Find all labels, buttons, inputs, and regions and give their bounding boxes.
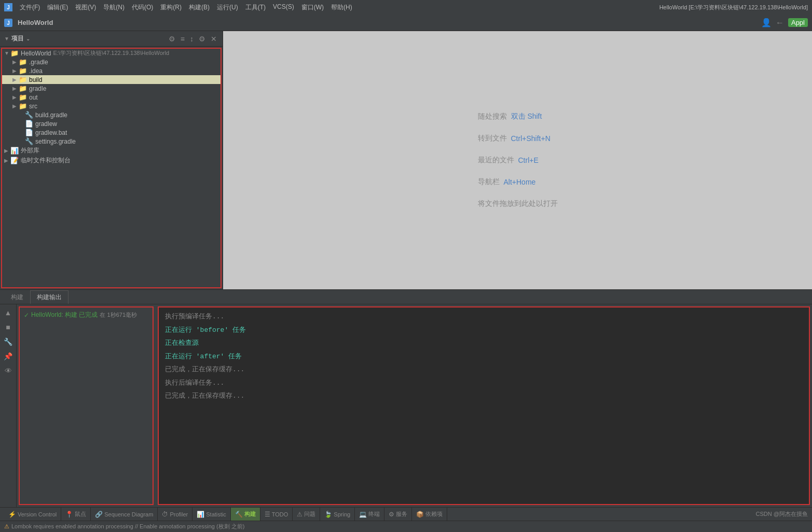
- editor-area: 随处搜索 双击 Shift 转到文件 Ctrl+Shift+N 最近的文件 Ct…: [223, 31, 812, 289]
- chevron-icon: ▶: [12, 86, 19, 91]
- hint-drop: 将文件拖放到此处以打开: [478, 199, 558, 208]
- main-toolbar: J HelloWorld 👤 ← Appl: [0, 15, 812, 31]
- panel-sync-btn[interactable]: ↕: [188, 35, 195, 43]
- menu-window[interactable]: 窗口(W): [298, 2, 327, 13]
- chevron-icon: ▶: [12, 103, 19, 109]
- menu-build[interactable]: 构建(B): [186, 2, 213, 13]
- tree-item-gradle-dir[interactable]: ▶ 📁 gradle: [2, 84, 221, 93]
- hint-recent-text: 最近的文件: [478, 156, 514, 165]
- tree-item-build-gradle[interactable]: 🔧 build.gradle: [2, 110, 221, 119]
- tree-item-name: out: [29, 94, 38, 101]
- chevron-icon: ▶: [12, 59, 19, 65]
- menu-vcs[interactable]: VCS(S): [270, 2, 297, 13]
- toolbar-user-icon[interactable]: 👤: [761, 18, 772, 27]
- menu-help[interactable]: 帮助(H): [328, 2, 355, 13]
- menu-refactor[interactable]: 重构(R): [157, 2, 185, 13]
- hint-search-text: 随处搜索: [478, 112, 507, 121]
- log-line-2: 正在运行 'before' 任务: [165, 325, 803, 335]
- services-icon: ⚙: [389, 511, 394, 518]
- hint-goto-shortcut: Ctrl+Shift+N: [511, 134, 550, 143]
- folder-icon: 📁: [19, 76, 27, 83]
- status-problems[interactable]: ⚠ 问题: [293, 508, 320, 521]
- gradle-file-icon: 🔧: [25, 137, 33, 145]
- btn-wrench[interactable]: 🔧: [2, 335, 15, 348]
- status-dependencies-label: 依赖项: [425, 510, 443, 518]
- status-build[interactable]: 🔨 构建: [231, 508, 260, 521]
- problems-icon: ⚠: [297, 511, 302, 518]
- panel-dropdown-icon[interactable]: ⌄: [26, 36, 30, 41]
- tree-item-src[interactable]: ▶ 📁 src: [2, 102, 221, 110]
- panel-title: 项目: [11, 34, 24, 43]
- tree-item-name: 外部库: [21, 146, 39, 155]
- status-services[interactable]: ⚙ 服务: [384, 508, 412, 521]
- btn-scroll-up[interactable]: ▲: [2, 306, 15, 319]
- bottom-left-toolbar: ▲ ■ 🔧 📌 👁: [0, 304, 17, 507]
- tree-item-idea[interactable]: ▶ 📁 .idea: [2, 66, 221, 75]
- status-sequence-diagram[interactable]: 🔗 Sequence Diagram: [91, 508, 158, 521]
- folder-icon: 📁: [19, 85, 27, 92]
- status-bar-items: ⚡ Version Control 📍 鼠点 🔗 Sequence Diagra…: [4, 508, 756, 521]
- hint-drop-text: 将文件拖放到此处以打开: [478, 199, 558, 208]
- app-icon: J: [4, 19, 12, 27]
- status-profiler[interactable]: ⏱ Profiler: [158, 508, 192, 521]
- panel-collapse-icon[interactable]: ▼: [4, 36, 9, 41]
- panel-gear-btn[interactable]: ⚙: [197, 35, 207, 43]
- panel-layout-btn[interactable]: ≡: [179, 35, 186, 43]
- menu-run[interactable]: 运行(U): [214, 2, 241, 13]
- status-bookmarks-label: 鼠点: [75, 510, 86, 518]
- log-line-5: 已完成，正在保存缓存...: [165, 365, 803, 375]
- tree-item-gradlew[interactable]: 📄 gradlew: [2, 119, 221, 128]
- tree-item-external-libs[interactable]: ▶ 📊 外部库: [2, 146, 221, 156]
- menu-view[interactable]: 视图(V): [72, 2, 99, 13]
- btn-pin[interactable]: 📌: [2, 350, 15, 362]
- hint-navbar: 导航栏 Alt+Home: [478, 177, 558, 187]
- menu-nav[interactable]: 导航(N): [100, 2, 128, 13]
- tree-item-build[interactable]: ▶ 📁 build: [2, 75, 221, 84]
- tree-item-scratch[interactable]: ▶ 📝 临时文件和控制台: [2, 156, 221, 165]
- tree-item-out[interactable]: ▶ 📁 out: [2, 93, 221, 102]
- build-tree-item[interactable]: ✓ HelloWorld: 构建 已完成 在 1秒671毫秒: [22, 310, 150, 320]
- menu-edit[interactable]: 编辑(E): [44, 2, 71, 13]
- btn-stop[interactable]: ■: [2, 321, 15, 333]
- btn-eye[interactable]: 👁: [2, 365, 15, 377]
- build-icon: 🔨: [235, 511, 243, 518]
- status-spring[interactable]: 🍃 Spring: [320, 508, 355, 521]
- notification-bar: ⚠ Lombok requires enabled annotation pro…: [0, 521, 812, 532]
- hint-recent: 最近的文件 Ctrl+E: [478, 156, 558, 165]
- tab-build[interactable]: 构建: [4, 290, 30, 304]
- panel-close-btn[interactable]: ✕: [209, 35, 218, 43]
- status-bookmarks[interactable]: 📍 鼠点: [61, 508, 91, 521]
- status-statistic[interactable]: 📊 Statistic: [192, 508, 231, 521]
- status-services-label: 服务: [396, 510, 407, 518]
- status-user-label: CSDN @阿杰在摸鱼: [756, 510, 808, 518]
- hint-goto-text: 转到文件: [478, 134, 507, 143]
- tree-item-root[interactable]: ▼ 📁 HelloWorld E:\学习资料\区块链\47.122.19.138…: [2, 49, 221, 58]
- status-todo-label: TODO: [272, 511, 288, 517]
- status-dependencies[interactable]: 📦 依赖项: [412, 508, 447, 521]
- status-version-control[interactable]: ⚡ Version Control: [4, 508, 61, 521]
- status-todo[interactable]: ☰ TODO: [260, 508, 293, 521]
- toolbar-back-icon[interactable]: ←: [776, 18, 784, 27]
- status-vc-label: Version Control: [18, 511, 57, 517]
- toolbar-apple-icon[interactable]: Appl: [788, 18, 808, 27]
- status-terminal[interactable]: 💻 终端: [355, 508, 384, 521]
- menu-tools[interactable]: 工具(T): [242, 2, 269, 13]
- tab-build-output[interactable]: 构建输出: [30, 290, 68, 304]
- panel-settings-btn[interactable]: ⚙: [167, 35, 177, 43]
- bottom-panel: 构建 构建输出 ▲ ■ 🔧 📌 👁 ✓ HelloWorld: 构建 已完成 在…: [0, 289, 812, 507]
- file-tree[interactable]: ▼ 📁 HelloWorld E:\学习资料\区块链\47.122.19.138…: [1, 48, 222, 288]
- status-right: CSDN @阿杰在摸鱼: [756, 510, 808, 518]
- tree-item-name: settings.gradle: [35, 138, 76, 145]
- tree-item-settings-gradle[interactable]: 🔧 settings.gradle: [2, 137, 221, 146]
- hint-search: 随处搜索 双击 Shift: [478, 112, 558, 121]
- sequence-diagram-icon: 🔗: [95, 511, 103, 518]
- chevron-icon: ▶: [12, 94, 19, 100]
- tree-item-gradlew-bat[interactable]: 📄 gradlew.bat: [2, 128, 221, 137]
- menu-file[interactable]: 文件(F): [17, 2, 43, 13]
- menu-code[interactable]: 代码(O): [129, 2, 156, 13]
- tree-item-name: 临时文件和控制台: [21, 156, 71, 165]
- build-tree-panel: ✓ HelloWorld: 构建 已完成 在 1秒671毫秒: [19, 306, 154, 505]
- panel-header: ▼ 项目 ⌄ ⚙ ≡ ↕ ⚙ ✕: [0, 31, 223, 47]
- tree-item-gradle-hidden[interactable]: ▶ 📁 .gradle: [2, 58, 221, 66]
- todo-icon: ☰: [265, 511, 270, 518]
